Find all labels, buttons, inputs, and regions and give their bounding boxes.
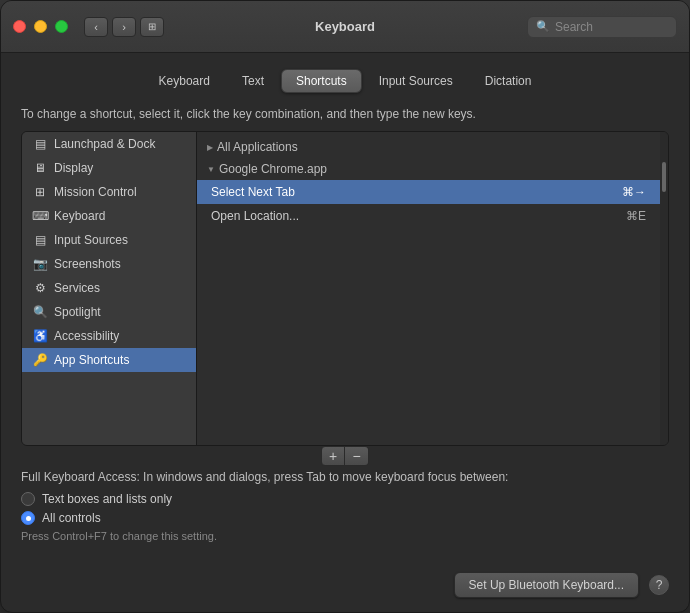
- sidebar-label-display: Display: [54, 161, 93, 175]
- traffic-lights: [13, 20, 68, 33]
- remove-shortcut-button[interactable]: −: [345, 446, 369, 466]
- sidebar-label-spotlight: Spotlight: [54, 305, 101, 319]
- display-icon: 🖥: [32, 160, 48, 176]
- mission-control-icon: ⊞: [32, 184, 48, 200]
- tab-input-sources[interactable]: Input Sources: [364, 69, 468, 93]
- sidebar-item-spotlight[interactable]: 🔍 Spotlight: [22, 300, 196, 324]
- add-shortcut-button[interactable]: +: [321, 446, 345, 466]
- radio-label-all-controls: All controls: [42, 511, 101, 525]
- group-label-google-chrome: Google Chrome.app: [219, 162, 327, 176]
- shortcut-label-select-next-tab: Select Next Tab: [211, 185, 295, 199]
- tab-text[interactable]: Text: [227, 69, 279, 93]
- sidebar-item-app-shortcuts[interactable]: 🔑 App Shortcuts: [22, 348, 196, 372]
- shortcut-key-open-location: ⌘E: [626, 209, 646, 223]
- accessibility-icon: ♿: [32, 328, 48, 344]
- scroll-thumb[interactable]: [662, 162, 666, 192]
- main-panel: ▤ Launchpad & Dock 🖥 Display ⊞ Mission C…: [21, 131, 669, 446]
- tab-shortcuts[interactable]: Shortcuts: [281, 69, 362, 93]
- tab-bar: Keyboard Text Shortcuts Input Sources Di…: [21, 69, 669, 93]
- hint-text: Press Control+F7 to change this setting.: [21, 530, 669, 542]
- close-button[interactable]: [13, 20, 26, 33]
- sidebar-item-accessibility[interactable]: ♿ Accessibility: [22, 324, 196, 348]
- sidebar-item-input-sources[interactable]: ▤ Input Sources: [22, 228, 196, 252]
- title-bar: ‹ › ⊞ Keyboard 🔍: [1, 1, 689, 53]
- radio-option-all-controls[interactable]: All controls: [21, 511, 669, 525]
- collapse-triangle-chrome: ▼: [207, 165, 215, 174]
- radio-circle-all-controls[interactable]: [21, 511, 35, 525]
- sidebar-label-launchpad: Launchpad & Dock: [54, 137, 155, 151]
- back-button[interactable]: ‹: [84, 17, 108, 37]
- sidebar-label-services: Services: [54, 281, 100, 295]
- radio-option-text-boxes[interactable]: Text boxes and lists only: [21, 492, 669, 506]
- group-all-applications[interactable]: ▶ All Applications: [197, 136, 660, 158]
- sidebar-item-mission-control[interactable]: ⊞ Mission Control: [22, 180, 196, 204]
- keyboard-window: ‹ › ⊞ Keyboard 🔍 Keyboard Text Shortcuts…: [0, 0, 690, 613]
- search-bar: 🔍: [527, 16, 677, 38]
- add-remove-buttons: + −: [21, 446, 669, 466]
- sidebar-label-keyboard: Keyboard: [54, 209, 105, 223]
- screenshots-icon: 📷: [32, 256, 48, 272]
- sidebar-label-accessibility: Accessibility: [54, 329, 119, 343]
- forward-button[interactable]: ›: [112, 17, 136, 37]
- instruction-text: To change a shortcut, select it, click t…: [21, 107, 669, 121]
- maximize-button[interactable]: [55, 20, 68, 33]
- tab-dictation[interactable]: Dictation: [470, 69, 547, 93]
- sidebar-label-screenshots: Screenshots: [54, 257, 121, 271]
- keyboard-access-title: Full Keyboard Access: In windows and dia…: [21, 470, 669, 484]
- app-shortcuts-icon: 🔑: [32, 352, 48, 368]
- shortcut-list: ▶ All Applications ▼ Google Chrome.app S…: [197, 132, 660, 445]
- search-input[interactable]: [555, 20, 668, 34]
- keyboard-icon: ⌨: [32, 208, 48, 224]
- spotlight-icon: 🔍: [32, 304, 48, 320]
- sidebar-label-mission-control: Mission Control: [54, 185, 137, 199]
- shortcut-key-select-next-tab: ⌘→: [622, 185, 646, 199]
- minimize-button[interactable]: [34, 20, 47, 33]
- setup-bluetooth-button[interactable]: Set Up Bluetooth Keyboard...: [454, 572, 639, 598]
- window-title: Keyboard: [315, 19, 375, 34]
- grid-button[interactable]: ⊞: [140, 17, 164, 37]
- launchpad-icon: ▤: [32, 136, 48, 152]
- shortcut-item-open-location[interactable]: Open Location... ⌘E: [197, 204, 660, 228]
- tab-keyboard[interactable]: Keyboard: [144, 69, 225, 93]
- sidebar-label-input-sources: Input Sources: [54, 233, 128, 247]
- input-sources-icon: ▤: [32, 232, 48, 248]
- help-button[interactable]: ?: [649, 575, 669, 595]
- group-label-all-applications: All Applications: [217, 140, 298, 154]
- search-icon: 🔍: [536, 20, 550, 33]
- footer: Set Up Bluetooth Keyboard... ?: [1, 562, 689, 612]
- content-area: Keyboard Text Shortcuts Input Sources Di…: [1, 53, 689, 562]
- sidebar-item-launchpad[interactable]: ▤ Launchpad & Dock: [22, 132, 196, 156]
- scroll-indicator: [660, 132, 668, 445]
- sidebar-label-app-shortcuts: App Shortcuts: [54, 353, 129, 367]
- shortcut-item-select-next-tab[interactable]: Select Next Tab ⌘→: [197, 180, 660, 204]
- keyboard-access-section: Full Keyboard Access: In windows and dia…: [21, 466, 669, 546]
- sidebar-item-display[interactable]: 🖥 Display: [22, 156, 196, 180]
- sidebar-item-services[interactable]: ⚙ Services: [22, 276, 196, 300]
- radio-dot-all-controls: [26, 516, 31, 521]
- services-icon: ⚙: [32, 280, 48, 296]
- nav-buttons: ‹ ›: [84, 17, 136, 37]
- group-google-chrome[interactable]: ▼ Google Chrome.app: [197, 158, 660, 180]
- radio-circle-text-boxes[interactable]: [21, 492, 35, 506]
- sidebar: ▤ Launchpad & Dock 🖥 Display ⊞ Mission C…: [22, 132, 197, 445]
- shortcut-label-open-location: Open Location...: [211, 209, 299, 223]
- sidebar-item-screenshots[interactable]: 📷 Screenshots: [22, 252, 196, 276]
- collapse-triangle-all: ▶: [207, 143, 213, 152]
- right-panel: ▶ All Applications ▼ Google Chrome.app S…: [197, 132, 660, 445]
- sidebar-item-keyboard[interactable]: ⌨ Keyboard: [22, 204, 196, 228]
- radio-label-text-boxes: Text boxes and lists only: [42, 492, 172, 506]
